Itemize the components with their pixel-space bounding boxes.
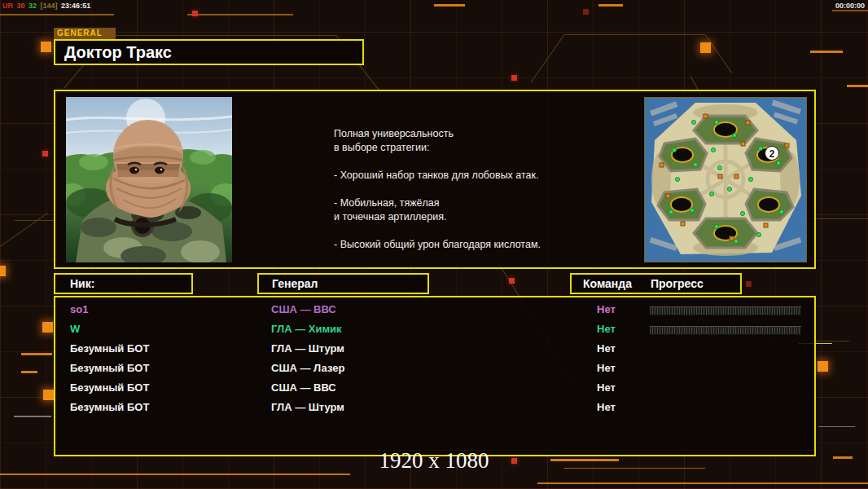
player-team: Нет [597,319,616,339]
player-row: so1 США — ВВС Нет [55,300,814,319]
general-name-title: Доктор Тракс [54,39,364,65]
column-header-team-progress: Команда Прогресс [570,273,742,294]
deco-dash [21,371,37,373]
fps-v2: 32 [28,2,37,10]
fps-overlay: UR 30 32 [144] 23:46:51 [2,2,92,10]
resolution-label: 1920 x 1080 [0,448,868,474]
fps-time: 23:46:51 [61,2,90,10]
deco-dash [598,4,623,7]
deco-square-red [509,278,515,284]
player-nick: W [70,319,80,339]
players-table: so1 США — ВВС Нет W ГЛА — Химик Нет Безу… [54,296,816,456]
deco-square-orange [818,361,828,372]
player-team: Нет [597,359,616,378]
column-header-nick: Ник: [54,273,193,294]
fps-v1: 30 [17,2,25,10]
player-nick: Безумный БОТ [70,339,149,359]
player-general: ГЛА — Химик [271,319,342,339]
player-progress-bar [650,306,801,315]
player-general: ГЛА — Штурм [271,339,344,359]
player-nick: so1 [70,300,88,319]
deco-square-orange [43,390,54,400]
deco-hex-line [564,34,705,35]
deco-square-darkred [746,281,752,287]
game-lobby-screen: { "overlay": { "fps": { "ur": "UR", "v1"… [0,0,868,489]
deco-dash [810,51,843,53]
deco-dash [187,14,293,15]
deco-dash [14,416,51,417]
player-progress-bar [650,326,801,335]
deco-dash [847,85,868,87]
general-portrait-image [66,97,232,262]
general-info-panel: Полная универсальность в выборе стратеги… [54,90,816,269]
deco-square-orange [700,42,711,53]
fps-v3: [144] [41,2,58,10]
deco-hex-line [108,35,336,36]
player-row: Безумный БОТ США — ВВС Нет [55,378,814,398]
match-timer: 00:00:00 [835,2,865,10]
player-nick: Безумный БОТ [70,398,149,417]
deco-dash [832,10,868,11]
deco-square-red [511,75,517,81]
player-team: Нет [597,300,616,319]
svg-text:2: 2 [769,148,775,160]
deco-hex-line [15,220,55,221]
player-team: Нет [597,378,616,398]
general-tab-label: GENERAL [54,28,116,39]
player-row: Безумный БОТ США — Лазер Нет [55,359,814,378]
player-nick: Безумный БОТ [70,378,149,398]
deco-dash [434,4,465,7]
player-team: Нет [597,339,616,359]
player-general: США — Лазер [271,359,344,378]
deco-square-darkred [583,9,589,15]
map-start-marker: 2 [765,147,779,161]
deco-square-orange [42,322,53,333]
deco-square-orange [0,266,6,276]
fps-ur: UR [2,2,13,10]
deco-square-orange [41,42,51,52]
player-row: Безумный БОТ ГЛА — Штурм Нет [55,398,814,417]
deco-dash [537,482,868,484]
deco-dash [21,353,52,355]
deco-hex-line [530,34,564,83]
column-header-general: Генерал [257,273,429,294]
player-general: США — ВВС [271,378,336,398]
deco-dash [0,474,350,475]
player-general: США — ВВС [271,300,336,319]
deco-dash [818,426,855,427]
deco-square-red [192,11,198,16]
column-header-team: Команда [583,275,632,293]
player-team: Нет [597,398,616,417]
map-preview: 2 [644,97,807,262]
player-nick: Безумный БОТ [70,359,149,378]
deco-square-red [42,151,48,156]
deco-hex-line [0,213,48,247]
player-general: ГЛА — Штурм [271,398,344,417]
deco-dash [0,14,114,15]
player-row: Безумный БОТ ГЛА — Штурм Нет [55,339,814,359]
general-description: Полная универсальность в выборе стратеги… [334,127,607,252]
column-header-progress: Прогресс [651,275,704,293]
player-row: W ГЛА — Химик Нет [55,319,814,339]
deco-hex-line [705,34,733,73]
